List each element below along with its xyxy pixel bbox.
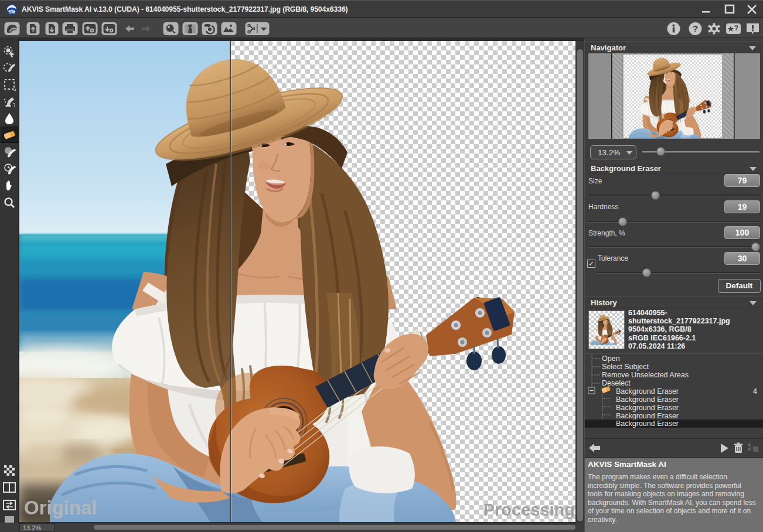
svg-text:Processing: Processing bbox=[483, 500, 575, 519]
svg-text:Original: Original bbox=[24, 497, 97, 519]
svg-text:?: ? bbox=[693, 23, 698, 33]
svg-text:SM: SM bbox=[9, 10, 15, 14]
svg-text:?: ? bbox=[734, 24, 738, 32]
